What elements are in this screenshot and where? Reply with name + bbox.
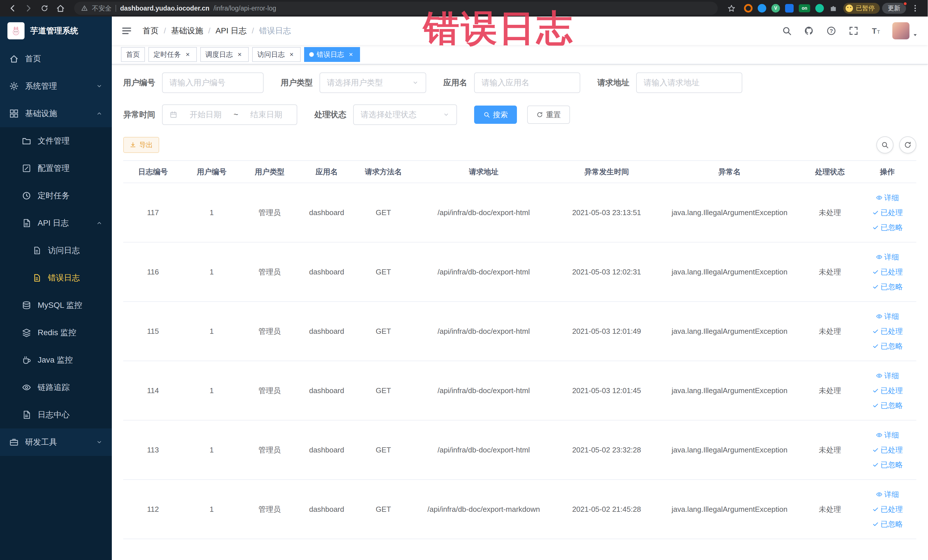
browser-reload-button[interactable] [38, 2, 51, 15]
sidebar-item-trace[interactable]: 链路追踪 [0, 374, 112, 401]
sidebar-item-file-management[interactable]: 文件管理 [0, 127, 112, 155]
action-ignored-link[interactable]: 已忽略 [859, 339, 915, 354]
cell-user-type: 管理员 [241, 479, 298, 539]
tab-access-log[interactable]: 访问日志 × [252, 47, 301, 62]
tab-close-icon[interactable]: × [184, 50, 192, 58]
browser-home-button[interactable] [53, 2, 67, 15]
filter-request-url: 请求地址 [597, 72, 742, 93]
breadcrumb-api-logs[interactable]: API 日志 [216, 25, 247, 36]
cell-user-type: 管理员 [241, 183, 298, 242]
cell-app-name: dashboard [298, 242, 355, 302]
tab-close-icon[interactable]: × [347, 50, 355, 58]
request-url-input[interactable] [636, 72, 742, 93]
tab-home[interactable]: 首页 [121, 47, 145, 62]
browser-back-button[interactable] [6, 2, 20, 15]
cell-exception-time: 2021-05-02 21:45:28 [556, 479, 658, 539]
tab-error-log[interactable]: 错误日志 × [304, 47, 360, 62]
action-processed-link[interactable]: 已处理 [859, 443, 915, 457]
sidebar-item-config-management[interactable]: 配置管理 [0, 155, 112, 182]
check-icon [872, 387, 879, 394]
breadcrumb-home[interactable]: 首页 [143, 25, 159, 36]
cell-actions: 详细 已处理 已忽略 [858, 361, 916, 420]
exception-time-range-picker[interactable]: 开始日期 ~ 结束日期 [162, 104, 297, 125]
tab-close-icon[interactable]: × [288, 50, 296, 58]
browser-menu-button[interactable] [908, 4, 922, 13]
action-ignored-link[interactable]: 已忽略 [859, 457, 915, 472]
action-ignored-link[interactable]: 已忽略 [859, 517, 915, 531]
sidebar-item-java-monitor[interactable]: Java 监控 [0, 346, 112, 374]
action-ignored-link[interactable]: 已忽略 [859, 279, 915, 294]
action-detail-link[interactable]: 详细 [859, 309, 915, 324]
sidebar-item-access-log[interactable]: 访问日志 [0, 237, 112, 264]
sidebar-item-error-log[interactable]: 错误日志 [0, 264, 112, 291]
extension-red-icon[interactable] [744, 4, 752, 12]
action-detail-link[interactable]: 详细 [859, 487, 915, 502]
sidebar: 芋道管理系统 首页 系统管理 基础设施 [0, 17, 112, 560]
chevron-up-icon [96, 220, 103, 226]
browser-forward-button[interactable] [22, 2, 35, 15]
cell-request-url: /api/infra/db-doc/export-html [412, 420, 556, 479]
sidebar-item-mysql-monitor[interactable]: MySQL 监控 [0, 291, 112, 319]
github-icon[interactable] [803, 25, 815, 37]
bookmark-star-button[interactable] [725, 2, 738, 15]
action-detail-link[interactable]: 详细 [859, 250, 915, 264]
extension-vue-icon[interactable]: V [771, 4, 780, 12]
extension-on-badge[interactable]: on [799, 4, 810, 12]
font-size-icon[interactable] [870, 25, 882, 37]
sidebar-item-system-management[interactable]: 系统管理 [0, 72, 112, 100]
browser-update-button[interactable]: 更新 [882, 3, 906, 14]
sidebar-item-infrastructure[interactable]: 基础设施 [0, 100, 112, 127]
action-processed-link[interactable]: 已处理 [859, 324, 915, 339]
sidebar-item-dev-tools[interactable]: 研发工具 [0, 429, 112, 456]
tab-schedule-log[interactable]: 调度日志 × [200, 47, 249, 62]
table-toolbar: 导出 [123, 136, 916, 154]
reset-button[interactable]: 重置 [527, 105, 570, 124]
fullscreen-icon[interactable] [848, 25, 859, 37]
search-button[interactable]: 搜索 [474, 105, 517, 124]
toggle-search-button[interactable] [876, 136, 893, 154]
process-status-select[interactable]: 请选择处理状态 [353, 104, 457, 125]
sidebar-item-scheduled-jobs[interactable]: 定时任务 [0, 182, 112, 209]
top-navbar: 首页 / 基础设施 / API 日志 / 错误日志 [112, 17, 928, 45]
user-type-select[interactable]: 请选择用户类型 [319, 72, 426, 93]
extension-green-icon[interactable] [815, 4, 824, 12]
help-icon[interactable] [826, 25, 837, 37]
sidebar-item-home[interactable]: 首页 [0, 45, 112, 72]
action-processed-link[interactable]: 已处理 [859, 205, 915, 220]
export-button[interactable]: 导出 [123, 137, 159, 153]
cell-app-name: dashboard [298, 479, 355, 539]
search-icon[interactable] [781, 25, 792, 37]
cell-exception-time: 2021-05-03 12:01:49 [556, 302, 658, 361]
sidebar-item-log-center[interactable]: 日志中心 [0, 401, 112, 429]
check-icon [872, 328, 879, 335]
paused-badge[interactable]: 已暂停 [843, 3, 880, 14]
refresh-table-button[interactable] [899, 136, 916, 154]
user-avatar[interactable] [892, 22, 919, 40]
eye-icon [876, 194, 883, 201]
extension-grid-icon[interactable] [785, 4, 794, 12]
tab-scheduled-jobs[interactable]: 定时任务 × [148, 47, 197, 62]
app-name-input[interactable] [474, 72, 580, 93]
extension-icons: V on [744, 4, 838, 12]
action-detail-link[interactable]: 详细 [859, 190, 915, 205]
sidebar-item-redis-monitor[interactable]: Redis 监控 [0, 319, 112, 346]
action-processed-link[interactable]: 已处理 [859, 383, 915, 398]
chevron-up-icon [96, 110, 103, 117]
breadcrumb-infrastructure[interactable]: 基础设施 [171, 25, 203, 36]
edit-icon [22, 163, 31, 173]
cell-log-id: 117 [123, 183, 183, 242]
action-ignored-link[interactable]: 已忽略 [859, 220, 915, 235]
address-bar[interactable]: 不安全 dashboard.yudao.iocoder.cn/infra/log… [74, 2, 718, 15]
extensions-puzzle-icon[interactable] [829, 4, 838, 12]
action-processed-link[interactable]: 已处理 [859, 502, 915, 517]
action-detail-link[interactable]: 详细 [859, 368, 915, 383]
action-detail-link[interactable]: 详细 [859, 428, 915, 443]
action-ignored-link[interactable]: 已忽略 [859, 398, 915, 413]
hamburger-icon[interactable] [121, 25, 132, 37]
action-processed-link[interactable]: 已处理 [859, 264, 915, 279]
user-id-input[interactable] [162, 72, 264, 93]
sidebar-logo[interactable]: 芋道管理系统 [0, 17, 112, 45]
extension-blue-icon[interactable] [758, 4, 766, 12]
tab-close-icon[interactable]: × [236, 50, 244, 58]
sidebar-item-api-logs[interactable]: API 日志 [0, 209, 112, 237]
